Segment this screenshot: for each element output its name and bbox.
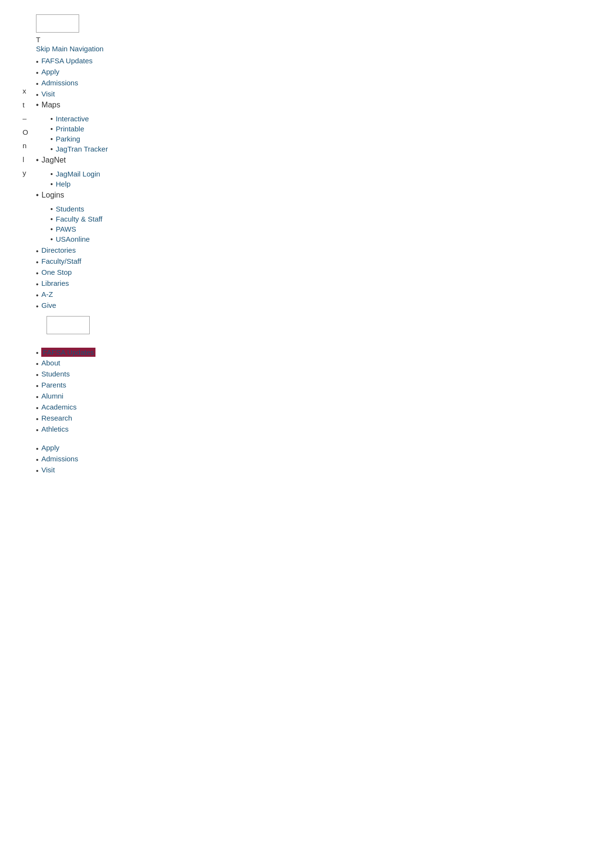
nav-item-directories: • Directories xyxy=(36,245,108,256)
alumni-main-link[interactable]: Alumni xyxy=(41,392,63,400)
parking-link[interactable]: Parking xyxy=(56,135,80,143)
section-spacer-2 xyxy=(36,435,614,443)
visit-top-link[interactable]: Visit xyxy=(41,90,55,98)
nav-item-athletics-main: • Athletics xyxy=(36,424,614,435)
admissions-bottom-link[interactable]: Admissions xyxy=(41,455,78,463)
maps-submenu: • Interactive • Printable • Parking • xyxy=(50,114,108,154)
bullet: • xyxy=(50,135,53,143)
nav-item-apply-bottom: • Apply xyxy=(36,443,614,454)
page-container: T Skip Main Navigation x t – O n l y • F… xyxy=(36,10,614,476)
bullet: • xyxy=(36,291,38,299)
bullet: • xyxy=(36,302,38,310)
bullet: • xyxy=(50,235,53,243)
visit-bottom-link[interactable]: Visit xyxy=(41,466,55,474)
nav-item-one-stop: • One Stop xyxy=(36,267,108,278)
main-nav-list: • FAFSA Updates • About • Students • Par… xyxy=(36,347,614,435)
nav-item-jagtran-tracker: • JagTran Tracker xyxy=(50,144,108,154)
nav-item-fafsa-updates-top: • FAFSA Updates xyxy=(36,56,108,67)
nav-item-interactive: • Interactive xyxy=(50,114,108,124)
nav-item-jagnet: • JagNet • JagMail Login • Help xyxy=(36,155,108,190)
nav-item-faculty-staff: • Faculty/Staff xyxy=(36,256,108,267)
interactive-link[interactable]: Interactive xyxy=(56,115,89,123)
bullet: • xyxy=(36,280,38,288)
bullet: • xyxy=(50,180,53,188)
letter-dash: – xyxy=(23,112,28,126)
nav-item-parents-main: • Parents xyxy=(36,380,614,391)
bullet: • xyxy=(36,467,38,475)
letter-o: O xyxy=(23,126,28,140)
give-link[interactable]: Give xyxy=(41,301,56,309)
nav-item-libraries: • Libraries xyxy=(36,278,108,289)
nav-search-input[interactable] xyxy=(47,316,90,334)
faculty-staff-login-link[interactable]: Faculty & Staff xyxy=(56,215,102,223)
fafsa-main-link[interactable]: FAFSA Updates xyxy=(41,348,95,357)
top-search-input[interactable] xyxy=(36,14,79,33)
nav-item-alumni-main: • Alumni xyxy=(36,391,614,402)
bullet: • xyxy=(36,349,38,357)
admissions-top-link[interactable]: Admissions xyxy=(41,79,78,87)
nav-item-help: • Help xyxy=(50,179,100,189)
nav-item-search xyxy=(36,311,108,339)
printable-link[interactable]: Printable xyxy=(56,125,84,133)
students-login-link[interactable]: Students xyxy=(56,205,84,213)
nav-item-admissions-top: • Admissions xyxy=(36,78,108,89)
section-spacer xyxy=(36,339,614,347)
nav-item-students-login: • Students xyxy=(50,204,103,214)
bullet: • xyxy=(50,170,53,178)
faculty-staff-link[interactable]: Faculty/Staff xyxy=(41,257,81,265)
bullet: • xyxy=(50,205,53,213)
bullet: • xyxy=(50,125,53,133)
bullet: • xyxy=(36,156,39,164)
research-main-link[interactable]: Research xyxy=(41,414,72,422)
academics-main-link[interactable]: Academics xyxy=(41,403,76,411)
a-z-link[interactable]: A-Z xyxy=(41,290,53,298)
bullet: • xyxy=(36,445,38,453)
bullet: • xyxy=(36,58,38,66)
jagnet-submenu: • JagMail Login • Help xyxy=(50,169,100,189)
about-main-link[interactable]: About xyxy=(41,359,60,367)
letter-y: y xyxy=(23,166,28,180)
usaonline-link[interactable]: USAonline xyxy=(56,235,90,243)
directories-link[interactable]: Directories xyxy=(41,246,76,254)
nav-item-about-main: • About xyxy=(36,358,614,369)
one-stop-link[interactable]: One Stop xyxy=(41,268,71,276)
libraries-link[interactable]: Libraries xyxy=(41,279,69,287)
bullet: • xyxy=(36,404,38,412)
bullet: • xyxy=(50,215,53,223)
letter-n: n xyxy=(23,139,28,153)
bullet: • xyxy=(36,371,38,379)
fafsa-updates-top-link[interactable]: FAFSA Updates xyxy=(41,57,93,65)
nav-item-logins: • Logins • Students • Faculty & Staff xyxy=(36,190,108,245)
nav-item-students-main: • Students xyxy=(36,369,614,380)
paws-link[interactable]: PAWS xyxy=(56,225,76,233)
jagnet-label: JagNet xyxy=(42,156,66,164)
athletics-main-link[interactable]: Athletics xyxy=(41,425,69,433)
nav-wrapper: x t – O n l y • FAFSA Updates • Apply xyxy=(36,56,614,339)
nav-item-a-z: • A-Z xyxy=(36,289,108,300)
apply-top-link[interactable]: Apply xyxy=(41,68,59,76)
maps-label: Maps xyxy=(42,101,60,109)
nav-item-visit-bottom: • Visit xyxy=(36,465,614,476)
letter-t: t xyxy=(23,98,28,112)
students-main-link[interactable]: Students xyxy=(41,370,70,378)
bullet: • xyxy=(36,360,38,368)
top-navigation: • FAFSA Updates • Apply • Admissions • V… xyxy=(36,56,108,339)
parents-main-link[interactable]: Parents xyxy=(41,381,66,389)
letter-l: l xyxy=(23,153,28,167)
side-letters-column: x t – O n l y xyxy=(23,84,28,180)
bullet: • xyxy=(36,80,38,88)
t-label: T xyxy=(36,35,614,44)
bullet: • xyxy=(36,382,38,390)
jagmail-login-link[interactable]: JagMail Login xyxy=(56,170,100,178)
logins-submenu: • Students • Faculty & Staff • PAWS • xyxy=(50,204,103,244)
help-link[interactable]: Help xyxy=(56,180,71,188)
nav-item-visit-top: • Visit xyxy=(36,89,108,100)
nav-item-fafsa-main: • FAFSA Updates xyxy=(36,347,614,358)
nav-item-printable: • Printable xyxy=(50,124,108,134)
nav-item-maps: • Maps • Interactive • Printable xyxy=(36,100,108,155)
jagtran-tracker-link[interactable]: JagTran Tracker xyxy=(56,145,108,153)
letter-x: x xyxy=(23,84,28,98)
bullet: • xyxy=(36,247,38,255)
skip-main-navigation-link[interactable]: Skip Main Navigation xyxy=(36,45,614,53)
apply-bottom-link[interactable]: Apply xyxy=(41,444,59,452)
